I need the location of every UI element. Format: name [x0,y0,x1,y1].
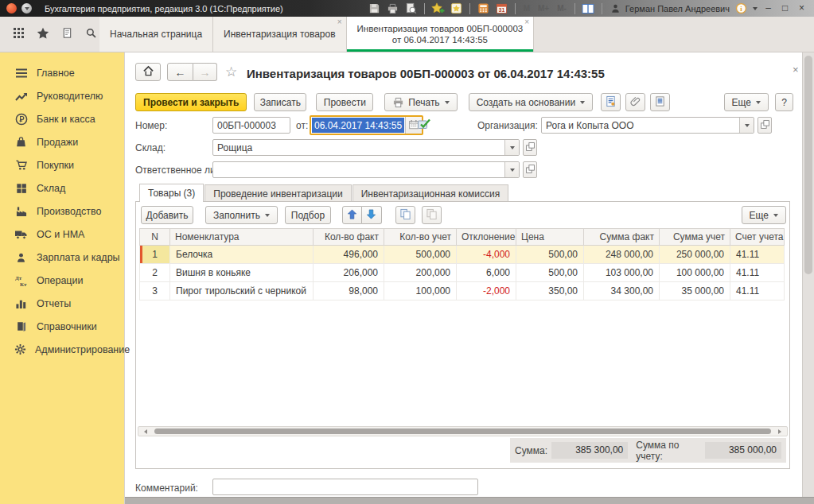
table-cell[interactable]: Вишня в коньяке [170,264,314,282]
table-column-header[interactable]: N [140,229,170,246]
move-down-button[interactable] [362,206,382,224]
table-cell[interactable]: 200,000 [384,264,457,282]
form-close-icon[interactable]: × [793,64,799,76]
app-tab[interactable]: Начальная страница [99,17,213,52]
document-tab[interactable]: Инвентаризационная комиссия [352,184,509,202]
calendar-icon[interactable]: 31 [495,2,508,15]
table-cell[interactable]: 500,00 [516,264,584,282]
table-cell[interactable]: 496,000 [314,246,384,264]
app-tab[interactable]: Инвентаризация товаров 00БП-000003от 06.… [347,17,535,52]
table-column-header[interactable]: Номенклатура [170,229,314,246]
pick-button[interactable]: Подбор [285,206,331,224]
history-icon[interactable] [61,27,73,41]
table-cell[interactable]: 248 000,00 [584,246,660,264]
chevron-down-icon[interactable] [753,7,758,13]
table-cell[interactable]: 100,000 [384,282,457,300]
number-input[interactable]: 00БП-000003 [212,117,290,134]
maximize-button[interactable]: □ [779,2,791,15]
doc-structure-button[interactable] [601,93,621,111]
fill-button[interactable]: Заполнить [205,206,278,224]
tab-close-icon[interactable]: × [337,18,342,26]
help-button[interactable]: ? [775,93,793,111]
tab-close-icon[interactable]: × [524,18,529,26]
sidebar-item[interactable]: Главное [0,61,124,84]
table-cell[interactable]: 500,00 [516,246,584,264]
table-column-header[interactable]: Кол-во факт [314,229,384,246]
create-based-on-button[interactable]: Создать на основании [469,93,594,111]
add-row-button[interactable]: Добавить [141,206,193,224]
copy-button[interactable] [395,206,415,224]
sections-menu-icon[interactable] [13,27,25,41]
sidebar-item[interactable]: ДтКтОперации [0,269,124,292]
scroll-left-icon[interactable] [142,429,147,434]
table-cell[interactable]: 103 000,00 [584,264,660,282]
document-tab[interactable]: Товары (3) [139,184,204,202]
responsible-open-button[interactable] [523,161,537,178]
warehouse-dropdown-icon[interactable] [504,140,519,155]
table-cell[interactable]: -2,000 [457,282,516,300]
minimize-button[interactable]: – [762,2,774,15]
split-window-icon[interactable] [582,2,595,15]
home-button[interactable] [135,63,161,81]
calculator-icon[interactable] [477,2,490,15]
forward-button[interactable]: → [193,63,217,81]
post-button[interactable]: Провести [316,93,373,111]
table-column-header[interactable]: Отклонение [457,229,516,246]
table-cell[interactable]: 41.11 [730,282,785,300]
print-preview-icon[interactable] [404,2,418,15]
sidebar-item[interactable]: Продажи [0,130,124,153]
scroll-right-icon[interactable] [778,429,784,434]
sidebar-item[interactable]: Отчеты [0,292,124,315]
comment-input[interactable] [212,479,478,495]
organization-open-button[interactable] [758,117,772,134]
app-logo-icon[interactable] [6,3,17,14]
paste-button[interactable] [422,206,442,224]
scrollbar-thumb[interactable] [154,428,771,434]
table-cell[interactable]: Пирог тирольский с черникой [170,282,314,300]
sidebar-item[interactable]: Банк и касса [0,107,124,130]
save-button[interactable]: Записать [254,93,306,111]
table-cell[interactable]: 34 300,00 [584,282,660,300]
table-cell[interactable]: 1 [140,246,170,264]
table-cell[interactable]: 350,00 [516,282,584,300]
table-cell[interactable]: 250 000,00 [660,246,730,264]
date-input[interactable]: 06.04.2017 14:43:55 [310,115,423,135]
table-cell[interactable]: Белочка [170,246,314,264]
sidebar-item[interactable]: Справочники [0,315,124,338]
app-tab[interactable]: Инвентаризация товаров× [213,17,346,52]
table-cell[interactable]: 3 [140,282,170,300]
document-tab[interactable]: Проведение инвентаризации [204,184,351,202]
report-button[interactable] [650,93,670,111]
add-favorite-icon[interactable] [431,2,445,15]
sidebar-item[interactable]: ОС и НМА [0,223,124,246]
sidebar-item[interactable]: Производство [0,200,124,223]
attachments-button[interactable] [625,93,645,111]
table-row[interactable]: 3Пирог тирольский с черникой98,000100,00… [140,282,785,300]
responsible-dropdown-icon[interactable] [504,162,519,177]
table-cell[interactable]: 500,000 [384,246,457,264]
table-cell[interactable]: 41.11 [730,264,785,282]
table-cell[interactable]: 206,000 [314,264,384,282]
table-more-button[interactable]: Еще [742,206,786,224]
scrollbar-thumb[interactable] [804,56,812,274]
close-button[interactable]: × [796,2,808,15]
table-cell[interactable]: 2 [140,264,170,282]
system-menu-icon[interactable] [21,3,32,14]
search-icon[interactable] [85,27,97,41]
horizontal-scrollbar[interactable] [138,426,788,436]
favorite-star-icon[interactable]: ☆ [225,64,237,80]
table-column-header[interactable]: Счет учета [730,229,785,246]
responsible-field[interactable] [212,161,520,178]
vertical-scrollbar[interactable] [802,52,814,504]
memory-button[interactable]: M [522,4,532,13]
sidebar-item[interactable]: Зарплата и кадры [0,246,124,269]
organization-dropdown-icon[interactable] [739,118,754,133]
table-column-header[interactable]: Кол-во учет [384,229,457,246]
table-column-header[interactable]: Цена [516,229,584,246]
table-column-header[interactable]: Сумма учет [660,229,730,246]
check-date-icon[interactable] [417,118,431,133]
current-user[interactable]: Герман Павел Андреевич [609,2,730,15]
table-cell[interactable]: 41.11 [730,246,785,264]
back-button[interactable]: ← [167,63,193,81]
favorites-panel-icon[interactable] [37,27,49,41]
